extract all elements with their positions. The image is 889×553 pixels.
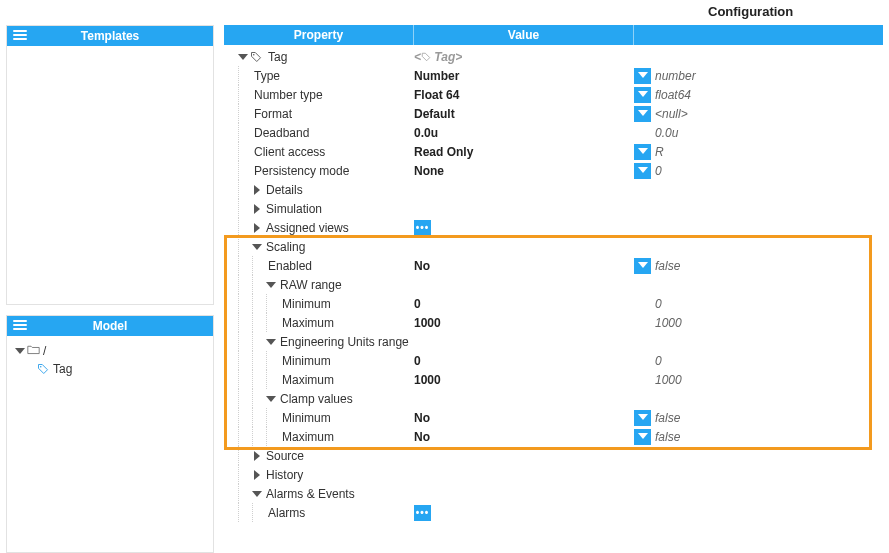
row-tag[interactable]: Tag < Tag> bbox=[224, 47, 883, 66]
row-history[interactable]: History bbox=[224, 465, 883, 484]
row-eu-range[interactable]: Engineering Units range bbox=[224, 332, 883, 351]
row-persistency[interactable]: Persistency mode None 0 bbox=[224, 161, 883, 180]
row-value: Number bbox=[414, 69, 459, 83]
model-tag-row[interactable]: Tag bbox=[15, 360, 205, 378]
templates-header: Templates bbox=[7, 26, 213, 46]
row-number-type[interactable]: Number type Float 64 float64 bbox=[224, 85, 883, 104]
model-root-label: / bbox=[43, 344, 46, 358]
caret-icon[interactable] bbox=[266, 394, 276, 404]
caret-icon[interactable] bbox=[252, 489, 262, 499]
row-scaling-enabled[interactable]: Enabled No false bbox=[224, 256, 883, 275]
row-ext: 0 bbox=[655, 354, 662, 368]
templates-panel: Templates bbox=[6, 25, 214, 305]
row-value: No bbox=[414, 259, 430, 273]
caret-icon[interactable] bbox=[238, 52, 248, 62]
dropdown-button[interactable] bbox=[634, 258, 651, 274]
row-eu-min[interactable]: Minimum 0 0 bbox=[224, 351, 883, 370]
row-value: Default bbox=[414, 107, 455, 121]
row-ext: 1000 bbox=[655, 373, 682, 387]
row-deadband[interactable]: Deadband 0.0u 0.0u bbox=[224, 123, 883, 142]
model-header-label: Model bbox=[93, 319, 128, 333]
row-format[interactable]: Format Default <null> bbox=[224, 104, 883, 123]
folder-icon bbox=[27, 343, 40, 359]
row-label: Format bbox=[252, 107, 292, 121]
caret-icon[interactable] bbox=[252, 204, 262, 214]
row-label: Maximum bbox=[280, 430, 334, 444]
tag-icon bbox=[37, 363, 49, 375]
more-button[interactable]: ••• bbox=[414, 220, 431, 236]
model-panel: Model / Tag bbox=[6, 315, 214, 553]
row-value: 0 bbox=[414, 354, 421, 368]
caret-icon[interactable] bbox=[252, 242, 262, 252]
row-scaling[interactable]: Scaling bbox=[224, 237, 883, 256]
row-alarms-events[interactable]: Alarms & Events bbox=[224, 484, 883, 503]
caret-icon[interactable] bbox=[266, 280, 276, 290]
caret-icon[interactable] bbox=[252, 451, 262, 461]
dropdown-button[interactable] bbox=[634, 429, 651, 445]
caret-icon[interactable] bbox=[252, 185, 262, 195]
row-value: 0 bbox=[414, 297, 421, 311]
row-value: 1000 bbox=[414, 316, 441, 330]
dropdown-button[interactable] bbox=[634, 163, 651, 179]
row-value: Read Only bbox=[414, 145, 473, 159]
row-label: Persistency mode bbox=[252, 164, 349, 178]
row-clamp-min[interactable]: Minimum No false bbox=[224, 408, 883, 427]
row-label: Enabled bbox=[266, 259, 312, 273]
templates-header-label: Templates bbox=[81, 29, 139, 43]
more-button[interactable]: ••• bbox=[414, 505, 431, 521]
row-ext: 0.0u bbox=[655, 126, 678, 140]
row-clamp-max[interactable]: Maximum No false bbox=[224, 427, 883, 446]
row-label: Deadband bbox=[252, 126, 309, 140]
caret-icon[interactable] bbox=[252, 470, 262, 480]
row-label: Minimum bbox=[280, 297, 331, 311]
dropdown-button[interactable] bbox=[634, 87, 651, 103]
row-clamp[interactable]: Clamp values bbox=[224, 389, 883, 408]
row-value: No bbox=[414, 430, 430, 444]
row-value: Float 64 bbox=[414, 88, 459, 102]
model-root-row[interactable]: / bbox=[15, 342, 205, 360]
column-value: Value bbox=[414, 25, 634, 45]
row-raw-range[interactable]: RAW range bbox=[224, 275, 883, 294]
row-ext: false bbox=[655, 430, 680, 444]
row-client-access[interactable]: Client access Read Only R bbox=[224, 142, 883, 161]
row-label: Minimum bbox=[280, 411, 331, 425]
row-assigned-views[interactable]: Assigned views ••• bbox=[224, 218, 883, 237]
row-label: Maximum bbox=[280, 316, 334, 330]
row-raw-max[interactable]: Maximum 1000 1000 bbox=[224, 313, 883, 332]
row-ext: 0 bbox=[655, 164, 662, 178]
row-label: Tag bbox=[266, 50, 287, 64]
row-eu-max[interactable]: Maximum 1000 1000 bbox=[224, 370, 883, 389]
svg-point-1 bbox=[253, 54, 255, 56]
hamburger-icon[interactable] bbox=[13, 28, 27, 42]
row-ext: false bbox=[655, 259, 680, 273]
row-value: None bbox=[414, 164, 444, 178]
dropdown-button[interactable] bbox=[634, 68, 651, 84]
row-raw-min[interactable]: Minimum 0 0 bbox=[224, 294, 883, 313]
page-title: Configuration bbox=[0, 0, 889, 25]
row-source[interactable]: Source bbox=[224, 446, 883, 465]
row-label: Number type bbox=[252, 88, 323, 102]
dropdown-button[interactable] bbox=[634, 410, 651, 426]
model-header: Model bbox=[7, 316, 213, 336]
row-label: Simulation bbox=[264, 202, 322, 216]
dropdown-button[interactable] bbox=[634, 144, 651, 160]
row-label: Source bbox=[264, 449, 304, 463]
dropdown-button[interactable] bbox=[634, 106, 651, 122]
row-value: No bbox=[414, 411, 430, 425]
row-simulation[interactable]: Simulation bbox=[224, 199, 883, 218]
row-type[interactable]: Type Number number bbox=[224, 66, 883, 85]
row-label: Alarms & Events bbox=[264, 487, 355, 501]
row-alarms[interactable]: Alarms ••• bbox=[224, 503, 883, 522]
hamburger-icon[interactable] bbox=[13, 318, 27, 332]
row-ext: number bbox=[655, 69, 696, 83]
row-ext: float64 bbox=[655, 88, 691, 102]
grid-columns: Property Value bbox=[224, 25, 883, 45]
row-ext: <null> bbox=[655, 107, 688, 121]
row-label: Minimum bbox=[280, 354, 331, 368]
row-ext: 0 bbox=[655, 297, 662, 311]
row-details[interactable]: Details bbox=[224, 180, 883, 199]
caret-icon[interactable] bbox=[15, 346, 25, 356]
caret-icon[interactable] bbox=[252, 223, 262, 233]
caret-icon[interactable] bbox=[266, 337, 276, 347]
row-value: < Tag> bbox=[414, 50, 462, 64]
